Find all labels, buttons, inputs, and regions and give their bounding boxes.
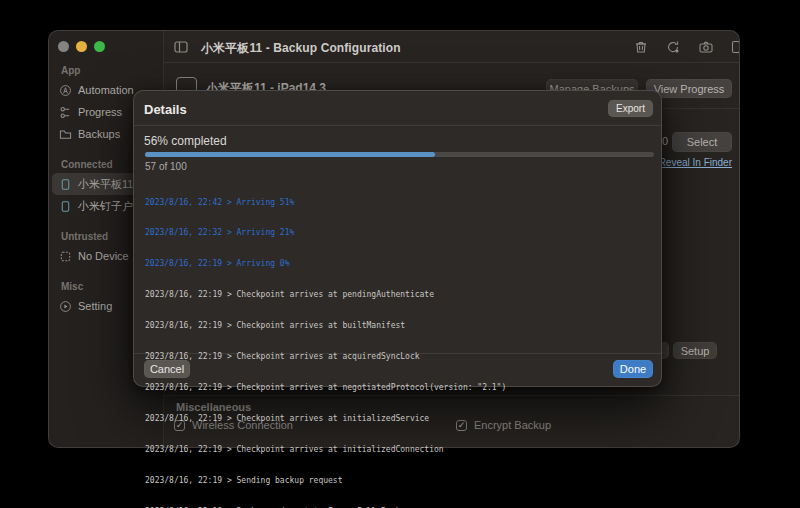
sidebar-item-label: Setting — [78, 300, 112, 312]
details-dialog: Details Export 56% completed 57 of 100 2… — [133, 90, 662, 387]
sidebar-item-label: Progress — [78, 106, 122, 118]
log-line: 2023/8/16, 22:19 > Sending backup reques… — [145, 476, 655, 486]
setting-icon — [59, 300, 72, 313]
setup-button[interactable]: Setup — [673, 342, 717, 359]
log-line: 2023/8/16, 22:19 > Checkpoint arrives at… — [145, 290, 655, 300]
no-device-icon — [59, 250, 72, 263]
log-line: 2023/8/16, 22:42 > Arriving 51% — [145, 198, 655, 208]
progress-bar-fill — [145, 152, 435, 157]
export-button[interactable]: Export — [608, 100, 653, 117]
progress-count-label: 57 of 100 — [145, 161, 187, 172]
sidebar-item-label: No Device — [78, 250, 129, 262]
sidebar-item-label: 小米平板11 — [78, 177, 133, 192]
cancel-button[interactable]: Cancel — [144, 360, 190, 378]
backup-count-label: 0 — [662, 135, 668, 147]
progress-bar — [145, 152, 654, 157]
backup-log: 2023/8/16, 22:42 > Arriving 51% 2023/8/1… — [145, 177, 655, 508]
sidebar-item-label: Automation — [78, 84, 134, 96]
tablet-icon — [59, 200, 72, 213]
tablet-icon — [59, 178, 72, 191]
sidebar-item-label: 小米钉子户 — [78, 199, 133, 214]
progress-icon — [59, 106, 72, 119]
backups-folder-icon — [59, 128, 72, 141]
done-button[interactable]: Done — [613, 360, 653, 378]
dialog-header-divider — [134, 125, 661, 126]
log-line: 2023/8/16, 22:19 > Arriving 0% — [145, 259, 655, 269]
dialog-title: Details — [144, 102, 187, 117]
log-line: 2023/8/16, 22:32 > Arriving 21% — [145, 228, 655, 238]
desktop-background: 小米平板11 - Backup Configuration — [0, 0, 800, 508]
log-line: 2023/8/16, 22:19 > Checkpoint arrives at… — [145, 383, 655, 393]
progress-percent-label: 56% completed — [144, 134, 227, 148]
log-line: 2023/8/16, 22:19 > Checkpoint arrives at… — [145, 414, 655, 424]
sidebar-section-app: App — [61, 65, 163, 77]
dialog-footer-divider — [134, 353, 661, 354]
automation-icon — [59, 84, 72, 97]
log-line: 2023/8/16, 22:19 > Checkpoint arrives at… — [145, 321, 655, 331]
sidebar-item-label: Backups — [78, 128, 120, 140]
log-line: 2023/8/16, 22:19 > Checkpoint arrives at… — [145, 445, 655, 455]
select-button[interactable]: Select — [672, 132, 732, 152]
